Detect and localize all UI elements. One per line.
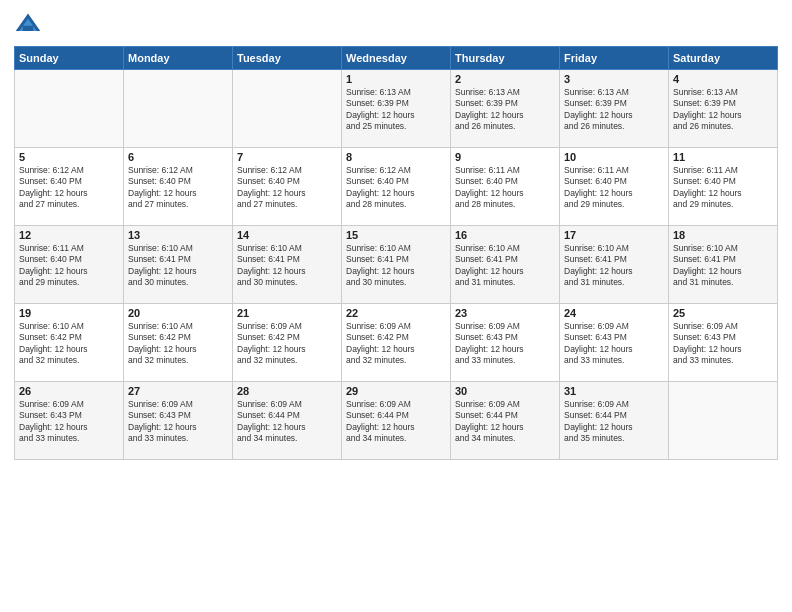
day-number: 23 (455, 307, 555, 319)
calendar-cell: 27Sunrise: 6:09 AM Sunset: 6:43 PM Dayli… (124, 382, 233, 460)
weekday-header-monday: Monday (124, 47, 233, 70)
page-header (14, 10, 778, 38)
calendar-cell: 14Sunrise: 6:10 AM Sunset: 6:41 PM Dayli… (233, 226, 342, 304)
calendar-cell: 25Sunrise: 6:09 AM Sunset: 6:43 PM Dayli… (669, 304, 778, 382)
calendar-cell (124, 70, 233, 148)
calendar-cell: 5Sunrise: 6:12 AM Sunset: 6:40 PM Daylig… (15, 148, 124, 226)
calendar-body: 1Sunrise: 6:13 AM Sunset: 6:39 PM Daylig… (15, 70, 778, 460)
calendar-cell (15, 70, 124, 148)
day-info: Sunrise: 6:10 AM Sunset: 6:41 PM Dayligh… (673, 243, 773, 289)
calendar-cell: 31Sunrise: 6:09 AM Sunset: 6:44 PM Dayli… (560, 382, 669, 460)
day-info: Sunrise: 6:09 AM Sunset: 6:42 PM Dayligh… (346, 321, 446, 367)
calendar-week-row: 26Sunrise: 6:09 AM Sunset: 6:43 PM Dayli… (15, 382, 778, 460)
day-number: 24 (564, 307, 664, 319)
day-number: 14 (237, 229, 337, 241)
calendar-cell: 26Sunrise: 6:09 AM Sunset: 6:43 PM Dayli… (15, 382, 124, 460)
day-info: Sunrise: 6:09 AM Sunset: 6:43 PM Dayligh… (128, 399, 228, 445)
day-number: 26 (19, 385, 119, 397)
calendar-cell: 8Sunrise: 6:12 AM Sunset: 6:40 PM Daylig… (342, 148, 451, 226)
calendar-cell: 7Sunrise: 6:12 AM Sunset: 6:40 PM Daylig… (233, 148, 342, 226)
calendar-cell: 15Sunrise: 6:10 AM Sunset: 6:41 PM Dayli… (342, 226, 451, 304)
calendar-table: SundayMondayTuesdayWednesdayThursdayFrid… (14, 46, 778, 460)
day-info: Sunrise: 6:09 AM Sunset: 6:42 PM Dayligh… (237, 321, 337, 367)
weekday-header-sunday: Sunday (15, 47, 124, 70)
day-info: Sunrise: 6:10 AM Sunset: 6:41 PM Dayligh… (128, 243, 228, 289)
day-number: 4 (673, 73, 773, 85)
day-info: Sunrise: 6:12 AM Sunset: 6:40 PM Dayligh… (19, 165, 119, 211)
day-number: 25 (673, 307, 773, 319)
day-number: 18 (673, 229, 773, 241)
day-info: Sunrise: 6:09 AM Sunset: 6:44 PM Dayligh… (455, 399, 555, 445)
calendar-cell: 4Sunrise: 6:13 AM Sunset: 6:39 PM Daylig… (669, 70, 778, 148)
day-info: Sunrise: 6:13 AM Sunset: 6:39 PM Dayligh… (673, 87, 773, 133)
calendar-cell: 3Sunrise: 6:13 AM Sunset: 6:39 PM Daylig… (560, 70, 669, 148)
day-info: Sunrise: 6:10 AM Sunset: 6:41 PM Dayligh… (455, 243, 555, 289)
day-info: Sunrise: 6:13 AM Sunset: 6:39 PM Dayligh… (346, 87, 446, 133)
day-number: 29 (346, 385, 446, 397)
day-info: Sunrise: 6:11 AM Sunset: 6:40 PM Dayligh… (455, 165, 555, 211)
calendar-cell (233, 70, 342, 148)
weekday-header-friday: Friday (560, 47, 669, 70)
weekday-header-tuesday: Tuesday (233, 47, 342, 70)
day-info: Sunrise: 6:11 AM Sunset: 6:40 PM Dayligh… (673, 165, 773, 211)
calendar-cell: 20Sunrise: 6:10 AM Sunset: 6:42 PM Dayli… (124, 304, 233, 382)
calendar-cell: 17Sunrise: 6:10 AM Sunset: 6:41 PM Dayli… (560, 226, 669, 304)
day-info: Sunrise: 6:10 AM Sunset: 6:42 PM Dayligh… (128, 321, 228, 367)
day-info: Sunrise: 6:12 AM Sunset: 6:40 PM Dayligh… (346, 165, 446, 211)
day-number: 2 (455, 73, 555, 85)
day-number: 10 (564, 151, 664, 163)
day-number: 30 (455, 385, 555, 397)
day-info: Sunrise: 6:10 AM Sunset: 6:41 PM Dayligh… (564, 243, 664, 289)
day-info: Sunrise: 6:09 AM Sunset: 6:43 PM Dayligh… (564, 321, 664, 367)
day-info: Sunrise: 6:13 AM Sunset: 6:39 PM Dayligh… (564, 87, 664, 133)
day-info: Sunrise: 6:09 AM Sunset: 6:43 PM Dayligh… (673, 321, 773, 367)
calendar-cell: 18Sunrise: 6:10 AM Sunset: 6:41 PM Dayli… (669, 226, 778, 304)
day-info: Sunrise: 6:09 AM Sunset: 6:43 PM Dayligh… (455, 321, 555, 367)
calendar-cell: 13Sunrise: 6:10 AM Sunset: 6:41 PM Dayli… (124, 226, 233, 304)
day-number: 21 (237, 307, 337, 319)
day-number: 1 (346, 73, 446, 85)
day-number: 12 (19, 229, 119, 241)
day-number: 22 (346, 307, 446, 319)
calendar-cell: 16Sunrise: 6:10 AM Sunset: 6:41 PM Dayli… (451, 226, 560, 304)
page-container: SundayMondayTuesdayWednesdayThursdayFrid… (0, 0, 792, 470)
calendar-cell: 6Sunrise: 6:12 AM Sunset: 6:40 PM Daylig… (124, 148, 233, 226)
day-info: Sunrise: 6:12 AM Sunset: 6:40 PM Dayligh… (128, 165, 228, 211)
calendar-cell: 12Sunrise: 6:11 AM Sunset: 6:40 PM Dayli… (15, 226, 124, 304)
day-number: 16 (455, 229, 555, 241)
day-info: Sunrise: 6:10 AM Sunset: 6:41 PM Dayligh… (237, 243, 337, 289)
day-info: Sunrise: 6:09 AM Sunset: 6:44 PM Dayligh… (564, 399, 664, 445)
day-number: 7 (237, 151, 337, 163)
day-info: Sunrise: 6:12 AM Sunset: 6:40 PM Dayligh… (237, 165, 337, 211)
calendar-cell: 11Sunrise: 6:11 AM Sunset: 6:40 PM Dayli… (669, 148, 778, 226)
calendar-cell: 21Sunrise: 6:09 AM Sunset: 6:42 PM Dayli… (233, 304, 342, 382)
day-number: 28 (237, 385, 337, 397)
calendar-header: SundayMondayTuesdayWednesdayThursdayFrid… (15, 47, 778, 70)
day-number: 6 (128, 151, 228, 163)
day-info: Sunrise: 6:09 AM Sunset: 6:43 PM Dayligh… (19, 399, 119, 445)
calendar-week-row: 19Sunrise: 6:10 AM Sunset: 6:42 PM Dayli… (15, 304, 778, 382)
day-number: 11 (673, 151, 773, 163)
day-info: Sunrise: 6:11 AM Sunset: 6:40 PM Dayligh… (19, 243, 119, 289)
calendar-cell: 10Sunrise: 6:11 AM Sunset: 6:40 PM Dayli… (560, 148, 669, 226)
calendar-cell (669, 382, 778, 460)
day-number: 3 (564, 73, 664, 85)
weekday-header-saturday: Saturday (669, 47, 778, 70)
day-number: 15 (346, 229, 446, 241)
calendar-cell: 9Sunrise: 6:11 AM Sunset: 6:40 PM Daylig… (451, 148, 560, 226)
day-number: 9 (455, 151, 555, 163)
calendar-week-row: 5Sunrise: 6:12 AM Sunset: 6:40 PM Daylig… (15, 148, 778, 226)
calendar-cell: 1Sunrise: 6:13 AM Sunset: 6:39 PM Daylig… (342, 70, 451, 148)
day-number: 17 (564, 229, 664, 241)
calendar-cell: 28Sunrise: 6:09 AM Sunset: 6:44 PM Dayli… (233, 382, 342, 460)
day-info: Sunrise: 6:10 AM Sunset: 6:42 PM Dayligh… (19, 321, 119, 367)
day-info: Sunrise: 6:09 AM Sunset: 6:44 PM Dayligh… (346, 399, 446, 445)
day-number: 31 (564, 385, 664, 397)
weekday-header-row: SundayMondayTuesdayWednesdayThursdayFrid… (15, 47, 778, 70)
calendar-cell: 23Sunrise: 6:09 AM Sunset: 6:43 PM Dayli… (451, 304, 560, 382)
day-info: Sunrise: 6:13 AM Sunset: 6:39 PM Dayligh… (455, 87, 555, 133)
day-number: 8 (346, 151, 446, 163)
day-number: 19 (19, 307, 119, 319)
calendar-cell: 19Sunrise: 6:10 AM Sunset: 6:42 PM Dayli… (15, 304, 124, 382)
logo-icon (14, 10, 42, 38)
